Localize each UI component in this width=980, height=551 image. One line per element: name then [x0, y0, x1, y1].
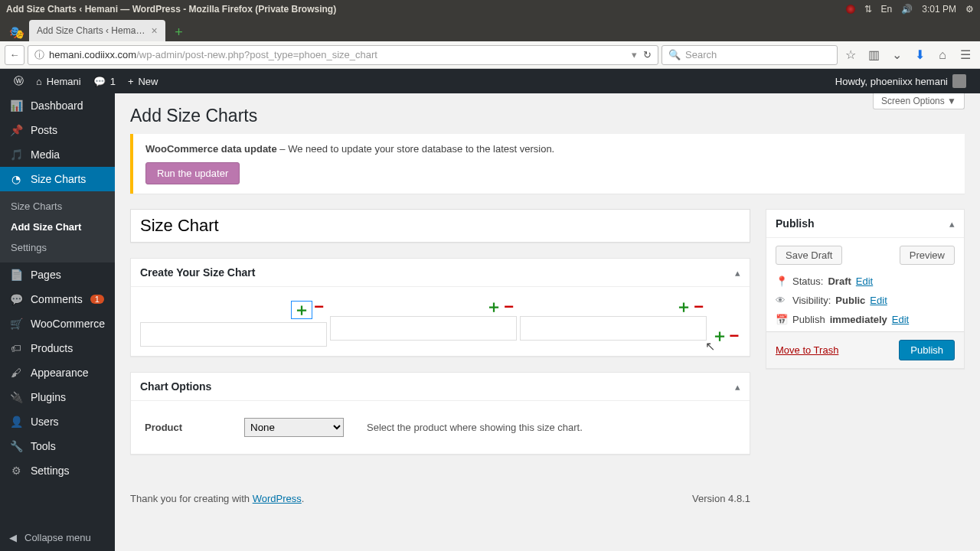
sidebar-item-pages[interactable]: 📄Pages	[0, 262, 115, 287]
new-tab-button[interactable]: +	[170, 23, 188, 41]
sidebar-item-plugins[interactable]: 🔌Plugins	[0, 385, 115, 409]
comments-badge: 1	[90, 295, 104, 304]
product-hint: Select the product where showing this si…	[367, 422, 583, 433]
create-size-chart-box: Create Your Size Chart ▴ ＋ −	[130, 258, 750, 357]
remove-column-icon[interactable]: −	[314, 301, 324, 319]
comment-icon: 💬	[93, 76, 106, 87]
user-menu[interactable]: Howdy, phoeniixx hemani	[829, 69, 972, 93]
sidebar-item-appearance[interactable]: 🖌Appearance	[0, 360, 115, 385]
collapse-icon: ◀	[9, 532, 17, 543]
add-row-icon[interactable]: ＋	[711, 330, 728, 342]
home-icon: ⌂	[36, 76, 42, 87]
add-column-icon[interactable]: ＋	[291, 301, 312, 319]
add-column-icon[interactable]: ＋	[675, 301, 692, 313]
sidebar-item-comments[interactable]: 💬Comments1	[0, 287, 115, 311]
new-content-link[interactable]: + New	[122, 69, 165, 93]
volume-icon[interactable]: 🔊	[901, 4, 913, 15]
reload-icon[interactable]: ↻	[643, 49, 652, 60]
move-to-trash-link[interactable]: Move to Trash	[776, 344, 838, 356]
sidebar-submenu: Size Charts Add Size Chart Settings	[0, 191, 115, 262]
gear-icon[interactable]: ⚙	[965, 4, 974, 15]
submenu-sizecharts[interactable]: Size Charts	[0, 196, 115, 217]
screen-options-toggle[interactable]: Screen Options ▼	[873, 93, 965, 109]
run-updater-button[interactable]: Run the updater	[145, 162, 240, 184]
add-column-icon[interactable]: ＋	[485, 301, 502, 313]
publish-button[interactable]: Publish	[899, 340, 955, 360]
system-tray: ⇅ En 🔊 3:01 PM ⚙	[846, 4, 974, 15]
edit-status-link[interactable]: Edit	[856, 276, 873, 287]
remove-column-icon[interactable]: −	[504, 301, 514, 313]
pages-icon: 📄	[9, 269, 23, 281]
avatar	[952, 74, 966, 88]
reading-list-icon[interactable]: ▥	[864, 45, 884, 65]
status-icon: 📍	[776, 276, 788, 287]
save-draft-button[interactable]: Save Draft	[776, 246, 842, 265]
product-select[interactable]: None	[244, 418, 344, 437]
url-field[interactable]: ⓘ hemani.codiixx.com /wp-admin/post-new.…	[28, 45, 658, 65]
url-path: /wp-admin/post-new.php?post_type=phoen_s…	[136, 49, 377, 60]
post-title-input[interactable]	[130, 209, 750, 243]
calendar-icon: 📅	[776, 314, 788, 325]
publish-heading: Publish	[776, 217, 815, 230]
bookmark-star-icon[interactable]: ☆	[841, 45, 861, 65]
wp-admin-bar: ⓦ ⌂ Hemani 💬 1 + New Howdy, phoeniixx he…	[0, 69, 980, 93]
box-toggle-icon[interactable]: ▴	[735, 381, 740, 393]
close-tab-icon[interactable]: ×	[151, 24, 157, 37]
visibility-icon: 👁	[776, 295, 788, 306]
sidebar-item-posts[interactable]: 📌Posts	[0, 118, 115, 142]
url-domain: hemani.codiixx.com	[49, 49, 136, 60]
pocket-icon[interactable]: ⌄	[887, 45, 906, 65]
sidebar-item-products[interactable]: 🏷Products	[0, 336, 115, 360]
edit-visibility-link[interactable]: Edit	[870, 295, 887, 306]
submenu-add-sizechart[interactable]: Add Size Chart	[0, 217, 115, 237]
browser-tab[interactable]: Add Size Charts ‹ Hema… ×	[29, 20, 165, 41]
globe-icon: ⓘ	[34, 48, 44, 62]
sidebar-item-media[interactable]: 🎵Media	[0, 142, 115, 167]
edit-publish-link[interactable]: Edit	[892, 314, 909, 325]
product-label: Product	[145, 422, 221, 433]
wp-footer: Thank you for creating with WordPress. V…	[130, 493, 750, 504]
chart-cell-input[interactable]	[330, 316, 517, 341]
lang-indicator[interactable]: En	[881, 4, 893, 15]
remove-row-icon[interactable]: −	[730, 330, 740, 342]
clock[interactable]: 3:01 PM	[922, 4, 956, 15]
site-link[interactable]: ⌂ Hemani	[30, 69, 87, 93]
wordpress-link[interactable]: WordPress	[253, 493, 302, 504]
tools-icon: 🔧	[9, 440, 23, 452]
settings-icon: ⚙	[9, 465, 23, 477]
notice-text: – We need to update your store database …	[277, 143, 555, 155]
os-titlebar: Add Size Charts ‹ Hemani — WordPress - M…	[0, 0, 980, 18]
chart-cell-input[interactable]	[520, 316, 707, 341]
posts-icon: 📌	[9, 124, 23, 136]
sidebar-item-woocommerce[interactable]: 🛒WooCommerce	[0, 311, 115, 336]
sidebar-item-users[interactable]: 👤Users	[0, 409, 115, 434]
chart-cell-input[interactable]	[140, 322, 327, 347]
search-field[interactable]: 🔍 Search	[662, 45, 838, 65]
submenu-settings[interactable]: Settings	[0, 237, 115, 258]
notice-bold: WooCommerce data update	[145, 143, 277, 155]
sidebar-item-tools[interactable]: 🔧Tools	[0, 434, 115, 458]
box-toggle-icon[interactable]: ▴	[949, 218, 955, 230]
sidebar-item-settings[interactable]: ⚙Settings	[0, 458, 115, 483]
record-icon[interactable]	[846, 5, 855, 14]
home-icon[interactable]: ⌂	[933, 45, 952, 65]
comments-icon: 💬	[9, 293, 23, 305]
sidebar-item-dashboard[interactable]: 📊Dashboard	[0, 93, 115, 118]
comments-link[interactable]: 💬 1	[87, 69, 122, 93]
publish-box: Publish ▴ Save Draft Preview 📍 Status: D…	[766, 209, 965, 369]
back-button[interactable]: ←	[5, 45, 24, 65]
dropdown-icon[interactable]: ▾	[632, 49, 637, 60]
collapse-menu[interactable]: ◀Collapse menu	[0, 524, 100, 551]
hamburger-icon[interactable]: ☰	[956, 45, 975, 65]
preview-button[interactable]: Preview	[900, 246, 955, 265]
remove-column-icon[interactable]: −	[694, 301, 704, 313]
dashboard-icon: 📊	[9, 99, 23, 112]
wp-logo[interactable]: ⓦ	[8, 69, 30, 93]
network-icon[interactable]: ⇅	[864, 4, 872, 15]
downloads-icon[interactable]: ⬇	[910, 45, 929, 65]
tab-label: Add Size Charts ‹ Hema…	[37, 25, 145, 36]
box-toggle-icon[interactable]: ▴	[735, 267, 740, 279]
search-icon: 🔍	[668, 49, 681, 60]
box-heading: Create Your Size Chart	[140, 266, 255, 279]
sidebar-item-sizecharts[interactable]: ◔Size Charts	[0, 167, 115, 191]
